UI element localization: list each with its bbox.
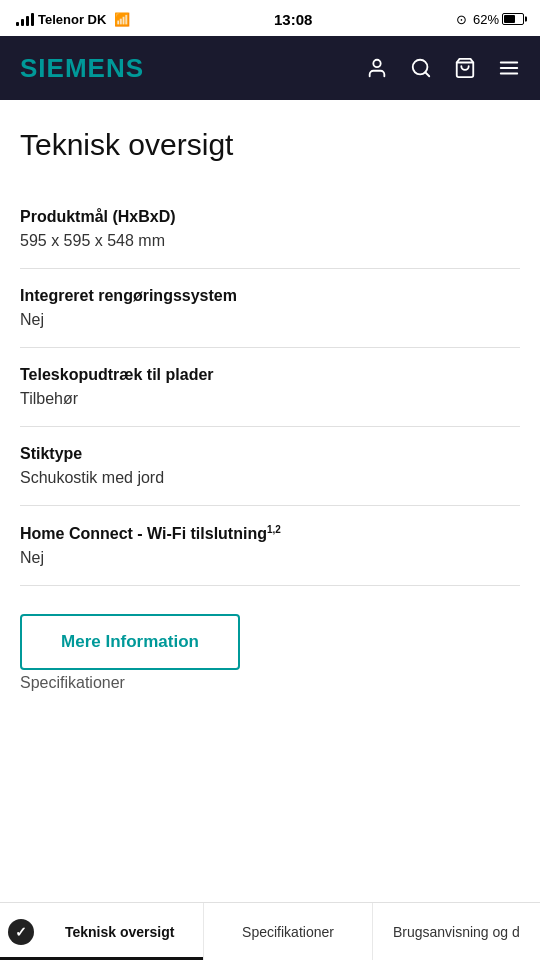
battery-percent: 62% [473, 12, 499, 27]
user-icon[interactable] [366, 57, 388, 79]
status-time: 13:08 [274, 11, 312, 28]
main-content: Teknisk oversigt Produktmål (HxBxD) 595 … [0, 100, 540, 792]
spec-row-productmal: Produktmål (HxBxD) 595 x 595 x 548 mm [20, 190, 520, 269]
wifi-icon: 📶 [114, 12, 130, 27]
battery-indicator: 62% [473, 12, 524, 27]
spec-value-homeconnect: Nej [20, 549, 520, 567]
tab-specifikationer[interactable]: Specifikationer [204, 903, 372, 960]
svg-line-2 [425, 72, 429, 76]
header-icons [366, 57, 520, 79]
spec-label-rengoring: Integreret rengøringssystem [20, 287, 520, 305]
spec-value-productmal: 595 x 595 x 548 mm [20, 232, 520, 250]
tab-brugsanvisning[interactable]: Brugsanvisning og d [373, 903, 540, 960]
tab-technisk-oversigt[interactable]: ✓ Teknisk oversigt [0, 903, 204, 960]
signal-icon [16, 12, 34, 26]
battery-icon [502, 13, 524, 25]
spec-label-teleskop: Teleskopudtræk til plader [20, 366, 520, 384]
spec-row-teleskop: Teleskopudtræk til plader Tilbehør [20, 348, 520, 427]
spec-row-rengoring: Integreret rengøringssystem Nej [20, 269, 520, 348]
page-title: Teknisk oversigt [20, 128, 520, 162]
bottom-tab-bar: ✓ Teknisk oversigt Specifikationer Brugs… [0, 902, 540, 960]
spec-label-stiktype: Stiktype [20, 445, 520, 463]
spec-label-homeconnect: Home Connect - Wi-Fi tilslutning1,2 [20, 524, 520, 543]
siemens-logo: SIEMENS [20, 53, 144, 84]
status-bar: Telenor DK 📶 13:08 ⊙ 62% [0, 0, 540, 36]
more-info-button[interactable]: Mere Information [20, 614, 240, 670]
cart-icon[interactable] [454, 57, 476, 79]
svg-point-0 [373, 60, 380, 67]
spec-label-productmal: Produktmål (HxBxD) [20, 208, 520, 226]
status-carrier: Telenor DK 📶 [16, 12, 130, 27]
spec-value-rengoring: Nej [20, 311, 520, 329]
carrier-name: Telenor DK [38, 12, 106, 27]
overflow-text: Specifikationer [20, 674, 520, 792]
spec-value-stiktype: Schukostik med jord [20, 469, 520, 487]
header: SIEMENS [0, 36, 540, 100]
spec-list: Produktmål (HxBxD) 595 x 595 x 548 mm In… [20, 190, 520, 586]
rotation-icon: ⊙ [456, 12, 467, 27]
spec-value-teleskop: Tilbehør [20, 390, 520, 408]
status-right: ⊙ 62% [456, 12, 524, 27]
menu-icon[interactable] [498, 57, 520, 79]
spec-row-homeconnect: Home Connect - Wi-Fi tilslutning1,2 Nej [20, 506, 520, 586]
spec-row-stiktype: Stiktype Schukostik med jord [20, 427, 520, 506]
search-icon[interactable] [410, 57, 432, 79]
checkmark-icon: ✓ [8, 919, 34, 945]
